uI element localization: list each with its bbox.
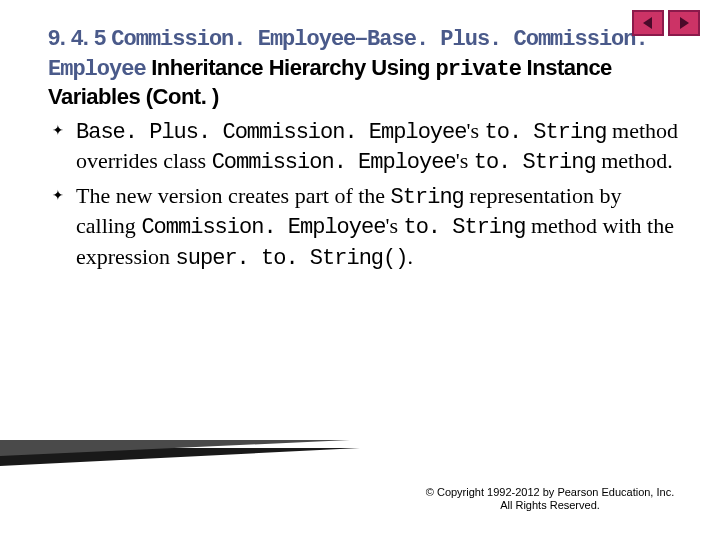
code-text: to. String bbox=[485, 120, 607, 145]
prev-slide-button[interactable] bbox=[632, 10, 664, 36]
code-text: to. String bbox=[474, 150, 596, 175]
decorative-wedge bbox=[0, 440, 360, 470]
next-slide-button[interactable] bbox=[668, 10, 700, 36]
code-text: super. to. String() bbox=[176, 246, 408, 271]
heading-text1: Inheritance Hierarchy Using bbox=[146, 55, 436, 80]
code-text: Base. Plus. Commission. Employee bbox=[76, 120, 466, 145]
section-number: 9. 4. 5 bbox=[48, 25, 111, 50]
body-text: 's bbox=[385, 213, 403, 238]
svg-marker-1 bbox=[680, 17, 689, 29]
body-text: method. bbox=[596, 148, 673, 173]
bullet-item: Base. Plus. Commission. Employee's to. S… bbox=[48, 117, 680, 178]
body-text: 's bbox=[466, 118, 484, 143]
nav-controls bbox=[632, 10, 700, 36]
heading-keyword: private bbox=[436, 57, 521, 82]
copyright-text: © Copyright 1992-2012 by Pearson Educati… bbox=[420, 486, 680, 512]
triangle-left-icon bbox=[641, 16, 655, 30]
slide-heading: 9. 4. 5 Commission. Employee–Base. Plus.… bbox=[48, 24, 680, 111]
body-text: 's bbox=[456, 148, 474, 173]
code-text: to. String bbox=[403, 215, 525, 240]
heading-separator: – bbox=[355, 25, 367, 50]
code-text: Commission. Employee bbox=[141, 215, 385, 240]
code-text: Commission. Employee bbox=[212, 150, 456, 175]
heading-class1: Commission. Employee bbox=[111, 27, 355, 52]
body-text: The new version creates part of the bbox=[76, 183, 391, 208]
triangle-right-icon bbox=[677, 16, 691, 30]
bullet-list: Base. Plus. Commission. Employee's to. S… bbox=[48, 117, 680, 274]
slide-content: 9. 4. 5 Commission. Employee–Base. Plus.… bbox=[0, 0, 720, 273]
code-text: String bbox=[391, 185, 464, 210]
body-text: . bbox=[407, 244, 413, 269]
svg-marker-0 bbox=[643, 17, 652, 29]
bullet-item: The new version creates part of the Stri… bbox=[48, 182, 680, 274]
